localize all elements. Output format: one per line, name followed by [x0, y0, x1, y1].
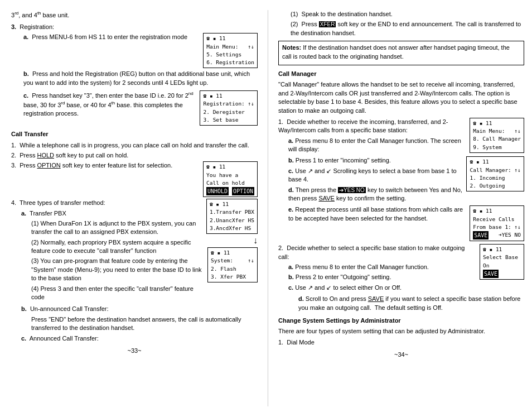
call-manager-section: Call Manager "Call Manager" feature allo…: [278, 70, 524, 312]
ct-item1: 1. While a telephone call is in progress…: [11, 141, 258, 150]
left-column: 3rd, and 4th base unit. 3. Registration:…: [11, 10, 268, 406]
cm-section2-label: 2. Decide whether to select a specific b…: [278, 244, 477, 261]
intro-text: 3rd, and 4th base unit.: [11, 10, 258, 20]
cm2-d: d. Scroll to On and press SAVE if you wa…: [298, 295, 524, 312]
lcd-callmgr: ☎ ▪ 11 Call Manager: ↑↓ 1. Incoming 2. O…: [466, 156, 524, 191]
page-container: 3rd, and 4th base unit. 3. Registration:…: [0, 0, 532, 412]
right-column: (1) Speak to the destination handset. (2…: [268, 10, 524, 406]
section3-registration: 3. Registration: a. Press MENU-6 from HS…: [11, 23, 258, 126]
ct-sub-a: a. Transfer PBX: [21, 209, 204, 218]
cm1-d: d. Then press the ➔YES NO key to switch …: [288, 186, 464, 203]
ct-item3: 3. Press OPTION soft key to enter featur…: [11, 161, 201, 170]
lcd-mainmenu-right: ☎ ▪ 11 Main Menu: ↑↓ 8. Call Manager 9. …: [470, 118, 524, 153]
cm1-c: c. Use ↗ and ↙ Scrolling keys to select …: [288, 167, 464, 184]
ct-pbx-1: (1) When DuraFon 1X is adjunct to the PB…: [31, 219, 204, 237]
ct-pbx-2: (2) Normally, each propriory PBX system …: [31, 238, 204, 256]
cm2-b: b. Press 2 to enter "Outgoing" setting.: [288, 273, 477, 281]
lcd-mainmenu-left: ☎ ▪ 11 Main Menu:↑↓ 5. Settings 6. Regis…: [203, 33, 258, 68]
ct-item4: 4. Three types of transfer method:: [11, 199, 204, 207]
call-transfer-section: Call Transfer 1. While a telephone call …: [11, 130, 258, 343]
lcd-transfer-options: ☎ ▪ 11 1.Transfer PBX 2.UnancXfer HS 3.A…: [206, 199, 258, 234]
lcd-hold: ☎ ▪ 11 You have a Call on hold UNHOLD OP…: [203, 161, 258, 197]
registration-label: 3. Registration:: [11, 23, 258, 31]
lcd-receivecalls: ☎ ▪ 11 Receive Calls From base 1: ↑↓ SAV…: [470, 205, 524, 241]
transfer-continued: (1) Speak to the destination handset. (2…: [278, 10, 524, 37]
reg-item-a: a. Press MENU-6 from HS 11 to enter the …: [23, 33, 201, 41]
reg-item-c: c. Press handset key "3", then enter the…: [23, 90, 198, 118]
note-box: Notes: If the destination handset does n…: [278, 41, 524, 65]
change-system-header: Change System Settings by Administrator: [278, 317, 524, 325]
ct-sub-b-text: Press "END" before the destination hands…: [31, 315, 258, 333]
page-num-right: ~34~: [278, 351, 524, 358]
page-num-left: ~33~: [11, 347, 258, 354]
change-system-section: Change System Settings by Administrator …: [278, 317, 524, 347]
cm2-a: a. Press menu 8 to enter the Call Manage…: [288, 263, 477, 271]
call-transfer-header: Call Transfer: [11, 130, 258, 138]
ct-pbx-3: (3) You can pre-program that feature cod…: [31, 257, 204, 282]
ct-pbx-4: (4) Press 3 and then enter the specific …: [31, 285, 204, 302]
cm2-c: c. Use ↗ and ↙ to select either On or Of…: [288, 284, 477, 292]
lcd-selectbase: ☎ ▪ 11 Select Base On SAVE: [480, 244, 524, 280]
ct-sub-c: c. Announced Call Transfer:: [21, 334, 258, 343]
ct-r2: (2) Press XFER soft key or the END to en…: [291, 20, 524, 37]
reg-item-b: b. Press and hold the Registration (REG)…: [23, 70, 258, 87]
call-manager-header: Call Manager: [278, 70, 524, 78]
ct-r1: (1) Speak to the destination handset.: [291, 10, 524, 18]
call-manager-intro: "Call Manager" feature allows the handse…: [278, 80, 524, 115]
lcd-system-left: ☎ ▪ 11 System: ↑↓ 2. Flash 3. Xfer PBX: [207, 247, 258, 282]
cm1-b: b. Press 1 to enter "incoming" setting.: [288, 156, 464, 165]
ct-item2: 2. Press HOLD soft key to put call on ho…: [11, 151, 258, 160]
lcd-registration-left: ☎ ▪ 11 Registration: ↑↓ 2. Deregister 3.…: [200, 90, 258, 126]
cm1-a: a. Press menu 8 to enter the Call Manage…: [288, 137, 467, 154]
cm-section1-label: 1. Decide whether to receive the incomin…: [278, 118, 467, 135]
ct-sub-b: b. Un-announced Call Transfer:: [21, 305, 258, 313]
note-text: Notes: If the destination handset does n…: [282, 44, 520, 61]
change-system-intro: There are four types of system setting t…: [278, 327, 524, 336]
dial-mode: 1. Dial Mode: [278, 338, 524, 347]
cm1-e: e. Repeat the process until all base sta…: [288, 205, 467, 223]
